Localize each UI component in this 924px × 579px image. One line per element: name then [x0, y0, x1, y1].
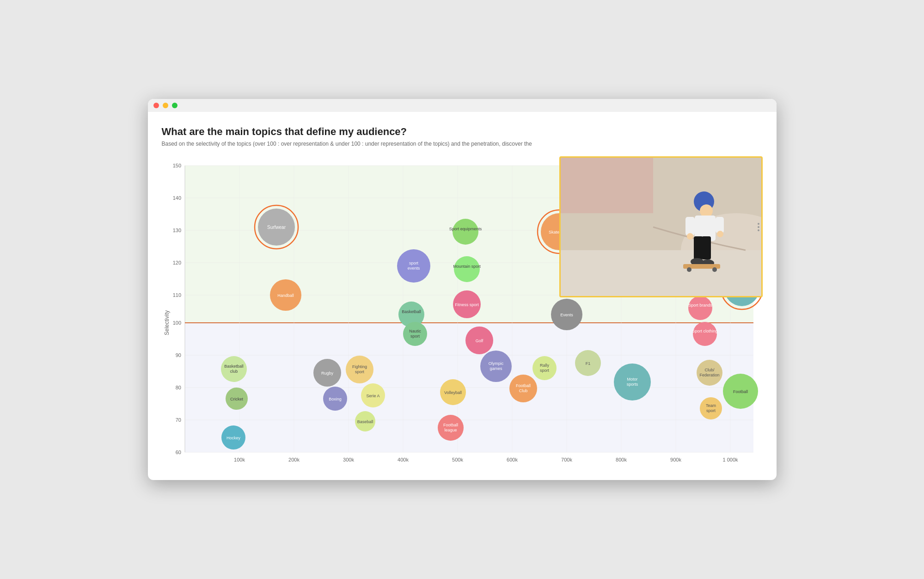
svg-text:140: 140	[172, 195, 181, 201]
svg-rect-9	[685, 217, 695, 235]
svg-text:200k: 200k	[288, 457, 300, 462]
page-title: What are the main topics that define my …	[162, 126, 763, 138]
svg-text:110: 110	[172, 292, 181, 298]
svg-text:club: club	[230, 369, 238, 374]
bubble-sport-brands[interactable]	[688, 296, 712, 320]
svg-point-16	[687, 267, 691, 272]
svg-text:sport: sport	[539, 368, 549, 373]
svg-rect-3	[561, 158, 653, 213]
svg-text:Baseball: Baseball	[357, 419, 373, 424]
maximize-button[interactable]	[172, 103, 177, 108]
svg-point-5	[700, 204, 713, 217]
svg-text:70: 70	[175, 417, 181, 423]
svg-text:sport: sport	[409, 261, 418, 265]
svg-text:Federation: Federation	[699, 373, 719, 377]
svg-text:Cricket: Cricket	[230, 397, 243, 401]
svg-text:Fitness sport: Fitness sport	[455, 302, 479, 307]
svg-text:800k: 800k	[616, 457, 627, 462]
svg-text:90: 90	[175, 352, 181, 358]
svg-text:Olympic: Olympic	[488, 361, 503, 366]
main-content: What are the main topics that define my …	[148, 112, 777, 480]
svg-point-17	[712, 267, 717, 272]
svg-text:Football: Football	[515, 383, 530, 388]
svg-rect-8	[702, 236, 711, 259]
svg-text:Football: Football	[443, 423, 458, 427]
title-bar	[148, 99, 777, 112]
svg-text:Club: Club	[519, 388, 527, 393]
svg-rect-10	[716, 217, 724, 233]
svg-text:Rugby: Rugby	[321, 371, 333, 376]
svg-text:games: games	[490, 366, 502, 371]
svg-text:100k: 100k	[234, 457, 245, 462]
close-button[interactable]	[153, 103, 159, 108]
chart-container: 150 140 130 120 110 100 90 80 70 60 100k…	[162, 156, 763, 471]
svg-text:Volleyball: Volleyball	[444, 390, 461, 395]
svg-text:150: 150	[172, 163, 181, 168]
svg-text:Football: Football	[733, 389, 747, 394]
svg-text:Basketball: Basketball	[224, 364, 244, 369]
bubble-mountain-sport[interactable]	[454, 256, 480, 282]
svg-text:Boxing: Boxing	[329, 397, 342, 401]
svg-text:1 000k: 1 000k	[722, 457, 738, 462]
bubble-sport-equipments[interactable]	[453, 219, 478, 245]
bubble-sport-clothing[interactable]	[693, 322, 717, 346]
svg-text:120: 120	[172, 260, 181, 265]
svg-text:60: 60	[175, 450, 181, 455]
svg-text:Team: Team	[705, 403, 716, 408]
svg-text:Selectivity: Selectivity	[164, 310, 170, 335]
svg-text:600k: 600k	[507, 457, 518, 462]
svg-text:Rally: Rally	[539, 363, 549, 368]
image-overlay	[559, 156, 763, 297]
svg-text:700k: 700k	[561, 457, 572, 462]
svg-text:Surfwear: Surfwear	[267, 225, 286, 230]
svg-rect-2	[561, 250, 761, 296]
svg-text:sport: sport	[355, 370, 364, 374]
svg-text:Club/: Club/	[704, 368, 715, 372]
svg-text:sport: sport	[706, 408, 716, 413]
svg-text:Sport clothing: Sport clothing	[692, 329, 717, 333]
more-options-icon[interactable]	[758, 223, 759, 231]
svg-text:Mountain sport: Mountain sport	[453, 264, 481, 269]
svg-text:Events: Events	[560, 313, 573, 317]
svg-text:Handball: Handball	[277, 293, 294, 298]
svg-text:sport: sport	[410, 334, 420, 339]
svg-text:sports: sports	[626, 382, 638, 387]
page-subtitle: Based on the selectivity of the topics (…	[162, 141, 763, 147]
skater-image	[561, 158, 761, 296]
svg-text:F1: F1	[585, 361, 590, 366]
svg-text:80: 80	[175, 385, 181, 390]
svg-text:400k: 400k	[398, 457, 409, 462]
svg-text:900k: 900k	[670, 457, 681, 462]
svg-text:130: 130	[172, 228, 181, 233]
svg-text:Sport equipments: Sport equipments	[449, 227, 482, 231]
svg-text:500k: 500k	[452, 457, 463, 462]
svg-text:events: events	[407, 266, 420, 271]
svg-text:Motor: Motor	[627, 377, 637, 382]
svg-text:Serie A: Serie A	[366, 394, 379, 398]
svg-point-12	[717, 231, 723, 237]
app-window: What are the main topics that define my …	[148, 99, 777, 480]
svg-text:Basketball: Basketball	[402, 309, 421, 314]
svg-text:Nautic: Nautic	[409, 329, 421, 333]
svg-text:Golf: Golf	[475, 339, 483, 343]
svg-text:100: 100	[172, 320, 181, 326]
svg-text:league: league	[444, 428, 457, 432]
svg-point-11	[687, 233, 693, 240]
svg-text:Hockey: Hockey	[226, 436, 240, 440]
svg-text:Fighting: Fighting	[352, 364, 367, 369]
minimize-button[interactable]	[163, 103, 168, 108]
svg-text:300k: 300k	[343, 457, 354, 462]
svg-text:Sport brands: Sport brands	[688, 303, 712, 308]
